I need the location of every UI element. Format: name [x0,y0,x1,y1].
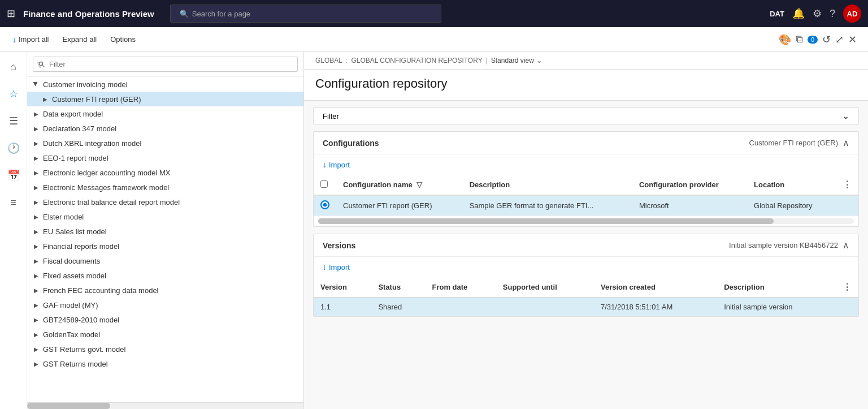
expander-customer-fti[interactable]: ▶ [41,94,50,104]
tree-item-financial-reports[interactable]: ▶ Financial reports model [27,239,303,253]
expander-fixed-assets[interactable]: ▶ [32,271,41,280]
tree-item-eeo1[interactable]: ▶ EEO-1 report model [27,150,303,165]
expander-gst-returns[interactable]: ▶ [32,359,41,368]
row-provider: Microsoft [632,195,747,216]
breadcrumb-separator: : [346,57,348,64]
expand-all-label: Expand all [62,35,97,44]
expander-elster[interactable]: ▶ [32,212,41,221]
badge: 0 [808,36,818,44]
popout-icon[interactable]: ⤢ [835,33,844,46]
col-label-config-name: Configuration name [343,180,413,189]
window-icon[interactable]: ⧉ [796,33,803,45]
sidebar-star[interactable]: ☆ [3,84,24,104]
avatar[interactable]: AD [843,5,861,23]
expander-electronic-trial[interactable]: ▶ [32,197,41,206]
expander-customer-invoicing[interactable]: ▶ [32,80,41,89]
refresh-icon[interactable]: ↺ [822,33,831,46]
env-badge: DAT [770,10,784,18]
configurations-selected-label: Customer FTI report (GER) [749,139,838,147]
expander-electronic-messages[interactable]: ▶ [32,183,41,192]
sidebar-calendar[interactable]: 📅 [3,165,24,186]
import-all-label: Import all [19,35,49,44]
tree-item-french-fec[interactable]: ▶ French FEC accounting data model [27,283,303,298]
tree-item-gst-returns[interactable]: ▶ GST Returns model [27,356,303,371]
config-name-filter-icon[interactable]: ▽ [416,180,422,189]
versions-import-button[interactable]: ↓ Import [314,259,359,275]
row-from-date [426,298,496,316]
configurations-table-header-row: Configuration name ▽ Description Configu… [314,175,858,195]
row-ver-description: Initial sample version [717,298,836,316]
tree-item-electronic-trial[interactable]: ▶ Electronic trial balance detail report… [27,195,303,209]
tree-item-electronic-ledger[interactable]: ▶ Electronic ledger accounting model MX [27,165,303,180]
search-bar[interactable]: 🔍 Search for a page [170,5,441,23]
configurations-collapse-icon[interactable]: ∧ [843,137,849,148]
tree-scroll[interactable] [27,402,303,409]
expander-declaration-347[interactable]: ▶ [32,124,41,133]
row-version-created: 7/31/2018 5:51:01 AM [594,298,717,316]
close-icon[interactable]: ✕ [848,33,857,46]
app-title: Finance and Operations Preview [23,9,154,19]
tree-item-customer-fti[interactable]: ▶ Customer FTI report (GER) [27,92,303,106]
configurations-table-row[interactable]: Customer FTI report (GER) Sample GER for… [314,195,858,216]
versions-selected-label: Initial sample version KB4456722 [729,241,838,249]
versions-table-row[interactable]: 1.1 Shared 7/31/2018 5:51:01 AM Initial … [314,298,858,316]
col-more-icon[interactable]: ⋮ [843,180,852,190]
tree-label-gbt: GBT24589-2010 model [43,316,299,324]
sidebar-home[interactable]: ⌂ [3,57,24,77]
tree-filter-input[interactable] [33,57,298,72]
versions-import-icon: ↓ [323,262,327,272]
expander-eu-sales[interactable]: ▶ [32,227,41,236]
row-supported-until [496,298,594,316]
sidebar-lines[interactable]: ☰ [3,111,24,131]
tree-item-customer-invoicing[interactable]: ▶ Customer invoicing model [27,77,303,92]
tree-item-gst-govt[interactable]: ▶ GST Returns govt. model [27,342,303,356]
tree-item-gaf[interactable]: ▶ GAF model (MY) [27,298,303,312]
expander-electronic-ledger[interactable]: ▶ [32,168,41,177]
breadcrumb-repo: GLOBAL CONFIGURATION REPOSITORY [351,57,482,64]
view-selector[interactable]: Standard view ⌄ [491,57,542,64]
settings-icon[interactable]: ⚙ [813,7,822,20]
scroll-track [318,218,854,224]
help-icon[interactable]: ? [830,8,835,20]
top-nav: ⊞ Finance and Operations Preview 🔍 Searc… [0,0,868,27]
tree-item-fixed-assets[interactable]: ▶ Fixed assets model [27,268,303,283]
tree-item-eu-sales[interactable]: ▶ EU Sales list model [27,224,303,239]
tree-item-dutch-xbrl[interactable]: ▶ Dutch XBRL integration model [27,136,303,150]
expander-eeo1[interactable]: ▶ [32,153,41,162]
configurations-import-button[interactable]: ↓ Import [314,157,359,173]
select-all-checkbox[interactable] [320,180,328,188]
expander-gbt[interactable]: ▶ [32,315,41,324]
expand-all-button[interactable]: Expand all [57,33,102,46]
configurations-scrollbar[interactable] [314,216,858,226]
tree-item-elster[interactable]: ▶ Elster model [27,209,303,224]
row-ver-more [836,298,858,316]
tree-label-customer-fti: Customer FTI report (GER) [52,95,299,104]
expander-french-fec[interactable]: ▶ [32,286,41,295]
expander-gst-govt[interactable]: ▶ [32,345,41,354]
tree-label-electronic-messages: Electronic Messages framework model [43,183,299,192]
grid-icon[interactable]: ⊞ [7,7,15,20]
sidebar-clock[interactable]: 🕐 [3,138,24,158]
tree-item-fiscal-documents[interactable]: ▶ Fiscal documents [27,253,303,268]
tree-item-declaration-347[interactable]: ▶ Declaration 347 model [27,121,303,136]
expander-dutch-xbrl[interactable]: ▶ [32,139,41,148]
sidebar-list[interactable]: ≡ [3,192,24,213]
tree-item-gbt[interactable]: ▶ GBT24589-2010 model [27,312,303,327]
tree-item-goldentax[interactable]: ▶ GoldenTax model [27,327,303,342]
options-button[interactable]: Options [105,33,141,46]
expander-goldentax[interactable]: ▶ [32,330,41,339]
row-radio[interactable] [320,200,329,209]
versions-collapse-icon[interactable]: ∧ [843,240,849,251]
filter-chevron-down-icon[interactable]: ⌄ [843,111,849,120]
expander-gaf[interactable]: ▶ [32,300,41,309]
notification-icon[interactable]: 🔔 [792,7,805,20]
expander-fiscal-documents[interactable]: ▶ [32,256,41,265]
import-all-button[interactable]: ↓ Import all [7,33,54,46]
tree-item-electronic-messages[interactable]: ▶ Electronic Messages framework model [27,180,303,195]
tree-item-data-export[interactable]: ▶ Data export model [27,106,303,121]
ver-col-more-icon[interactable]: ⋮ [843,282,852,292]
palette-icon[interactable]: 🎨 [779,33,791,46]
expander-financial-reports[interactable]: ▶ [32,242,41,251]
side-icons: ⌂ ☆ ☰ 🕐 📅 ≡ [0,52,27,409]
expander-data-export[interactable]: ▶ [32,109,41,118]
